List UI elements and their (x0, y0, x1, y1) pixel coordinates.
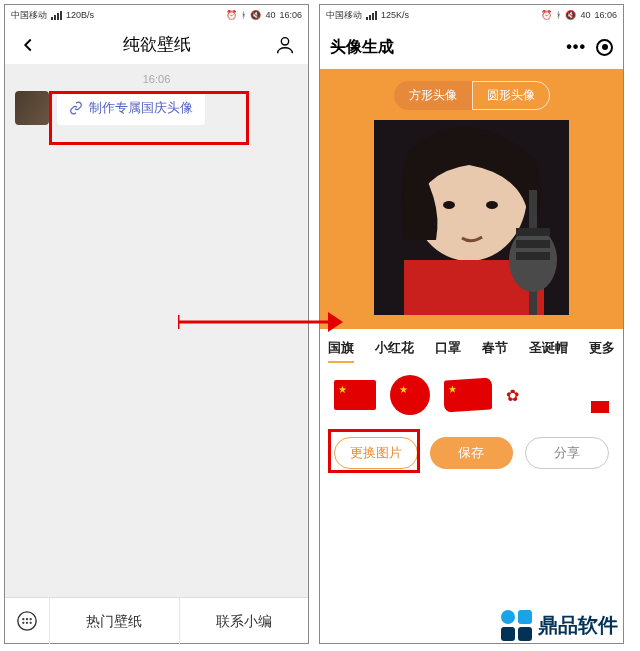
svg-rect-17 (516, 252, 550, 260)
alarm-icon: ⏰ (226, 10, 237, 20)
tab-spring[interactable]: 春节 (482, 339, 508, 361)
target-icon[interactable] (596, 39, 613, 56)
profile-icon[interactable] (274, 34, 296, 56)
status-bar: 中国移动 125K/s ⏰ ᚼ 🔇 40 16:06 (320, 5, 623, 25)
signal-icon (51, 11, 62, 20)
brand-logo-icon (501, 610, 532, 641)
shape-tabs: 方形头像 圆形头像 (394, 81, 550, 110)
app-header: 头像生成 ••• (320, 25, 623, 69)
svg-point-2 (23, 618, 24, 619)
tab-xmas[interactable]: 圣诞帽 (529, 339, 568, 361)
avatar-preview[interactable] (374, 120, 569, 315)
svg-point-4 (30, 618, 31, 619)
more-icon[interactable]: ••• (566, 38, 586, 56)
avatar[interactable] (15, 91, 49, 125)
keyboard-icon[interactable] (5, 610, 49, 632)
svg-point-3 (27, 618, 28, 619)
battery-label: 40 (265, 10, 275, 20)
chat-footer: 热门壁纸 联系小编 (5, 597, 308, 643)
svg-point-7 (30, 622, 31, 623)
tab-flower[interactable]: 小红花 (375, 339, 414, 361)
tab-more[interactable]: 更多 (589, 339, 615, 361)
svg-point-6 (27, 622, 28, 623)
sticker-flag-wave[interactable]: ★ (444, 377, 492, 412)
bluetooth-icon: ᚼ (241, 10, 246, 20)
footer-tab-contact[interactable]: 联系小编 (179, 598, 309, 644)
button-row: 更换图片 保存 分享 (320, 423, 623, 477)
sticker-tiny-flag[interactable] (591, 401, 609, 413)
svg-rect-15 (516, 228, 550, 236)
tab-square[interactable]: 方形头像 (394, 81, 472, 110)
alarm-icon: ⏰ (541, 10, 552, 20)
svg-rect-16 (516, 240, 550, 248)
category-tabs: 国旗 小红花 口罩 春节 圣诞帽 更多 (320, 329, 623, 367)
sticker-flag-circle[interactable]: ★ (390, 375, 430, 415)
chat-header: 纯欲壁纸 (5, 25, 308, 65)
svg-point-1 (18, 611, 36, 629)
back-icon[interactable] (17, 34, 39, 56)
battery-label: 40 (580, 10, 590, 20)
sticker-row: ★ ★ ★ ✿ (320, 367, 623, 423)
net-speed: 120B/s (66, 10, 94, 20)
svg-marker-20 (328, 312, 343, 332)
tab-circle[interactable]: 圆形头像 (472, 81, 550, 110)
brand-watermark: 鼎品软件 (501, 610, 618, 641)
preview-area: 方形头像 圆形头像 (320, 69, 623, 329)
mute-icon: 🔇 (565, 10, 576, 20)
time-label: 16:06 (279, 10, 302, 20)
sticker-flower[interactable]: ✿ (506, 386, 524, 404)
bluetooth-icon: ᚼ (556, 10, 561, 20)
signal-icon (366, 11, 377, 20)
brand-text: 鼎品软件 (538, 612, 618, 639)
chat-title: 纯欲壁纸 (123, 33, 191, 56)
sticker-flag-rect[interactable]: ★ (334, 380, 376, 410)
chat-timestamp: 16:06 (5, 65, 308, 91)
svg-point-11 (486, 201, 498, 209)
highlight-box-2 (328, 429, 420, 473)
share-button[interactable]: 分享 (525, 437, 609, 469)
arrow-icon (178, 310, 343, 334)
save-button[interactable]: 保存 (430, 437, 512, 469)
svg-point-0 (281, 37, 288, 44)
net-speed: 125K/s (381, 10, 409, 20)
footer-tab-hot[interactable]: 热门壁纸 (49, 598, 179, 644)
status-bar: 中国移动 120B/s ⏰ ᚼ 🔇 40 16:06 (5, 5, 308, 25)
tab-mask[interactable]: 口罩 (435, 339, 461, 361)
right-phone: 中国移动 125K/s ⏰ ᚼ 🔇 40 16:06 头像生成 ••• 方形头像 (319, 4, 624, 644)
time-label: 16:06 (594, 10, 617, 20)
app-title: 头像生成 (330, 37, 394, 58)
highlight-box-1 (49, 91, 249, 145)
tab-flag[interactable]: 国旗 (328, 339, 354, 361)
mute-icon: 🔇 (250, 10, 261, 20)
carrier-label: 中国移动 (11, 9, 47, 22)
svg-point-10 (443, 201, 455, 209)
svg-point-5 (23, 622, 24, 623)
carrier-label: 中国移动 (326, 9, 362, 22)
